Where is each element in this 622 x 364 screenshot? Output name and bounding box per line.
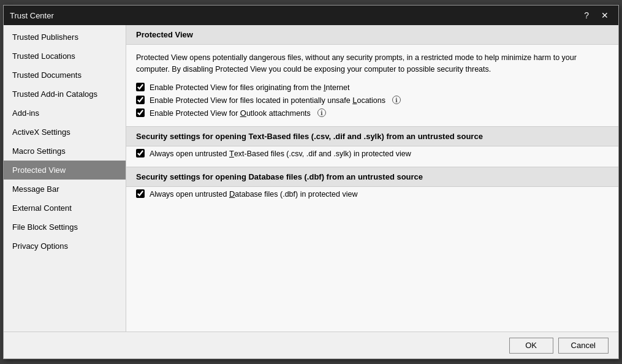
trust-center-dialog: Trust Center ? ✕ Trusted PublishersTrust… — [3, 5, 619, 359]
info-icon-locations: ℹ — [392, 96, 401, 104]
sidebar-item-trusted-add-in-catalogs[interactable]: Trusted Add-in Catalogs — [4, 85, 126, 104]
checkbox-group-3: Always open untrusted Database files (.d… — [126, 187, 618, 207]
description: Protected View opens potentially dangero… — [126, 45, 618, 80]
checkbox-outlook[interactable] — [136, 108, 145, 117]
section2-header: Security settings for opening Text-Based… — [126, 126, 618, 146]
sidebar-item-add-ins[interactable]: Add-ins — [4, 104, 126, 123]
cancel-button[interactable]: Cancel — [558, 338, 609, 354]
checkbox-row-outlook: Enable Protected View for Outlook attach… — [136, 108, 609, 118]
sidebar-item-macro-settings[interactable]: Macro Settings — [4, 142, 126, 161]
checkbox-row-database: Always open untrusted Database files (.d… — [136, 189, 609, 199]
sidebar-item-message-bar[interactable]: Message Bar — [4, 180, 126, 199]
sidebar-item-file-block-settings[interactable]: File Block Settings — [4, 218, 126, 237]
info-icon-outlook: ℹ — [317, 108, 326, 117]
sidebar-item-trusted-documents[interactable]: Trusted Documents — [4, 66, 126, 85]
checkbox-unsafe-locations[interactable] — [136, 96, 145, 104]
footer: OK Cancel — [4, 332, 618, 358]
title-bar: Trust Center ? ✕ — [4, 6, 618, 25]
sidebar-item-privacy-options[interactable]: Privacy Options — [4, 237, 126, 256]
checkbox-database-label: Always open untrusted Database files (.d… — [150, 189, 357, 199]
title-bar-buttons: ? ✕ — [580, 10, 612, 21]
checkbox-textbased-label: Always open untrusted Text-Based files (… — [150, 149, 411, 158]
close-button[interactable]: ✕ — [597, 10, 612, 21]
help-button[interactable]: ? — [580, 10, 593, 21]
sidebar-item-trusted-publishers[interactable]: Trusted Publishers — [4, 28, 126, 47]
checkbox-textbased[interactable] — [136, 149, 145, 157]
checkbox-outlook-label: Enable Protected View for Outlook attach… — [150, 108, 311, 118]
checkbox-unsafe-locations-label: Enable Protected View for files located … — [150, 96, 385, 105]
sidebar-item-trusted-locations[interactable]: Trusted Locations — [4, 47, 126, 66]
main-panel: Protected View Protected View opens pote… — [126, 25, 618, 332]
checkbox-group-1: Enable Protected View for files originat… — [126, 80, 618, 126]
checkbox-row-unsafe-locations: Enable Protected View for files located … — [136, 96, 609, 105]
dialog-title: Trust Center — [10, 11, 54, 20]
checkbox-internet-label: Enable Protected View for files originat… — [150, 83, 350, 92]
sidebar-item-activex-settings[interactable]: ActiveX Settings — [4, 123, 126, 142]
sidebar-item-protected-view[interactable]: Protected View — [4, 161, 126, 180]
sidebar: Trusted PublishersTrusted LocationsTrust… — [4, 25, 126, 332]
checkbox-row-internet: Enable Protected View for files originat… — [136, 83, 609, 92]
section3-header: Security settings for opening Database f… — [126, 167, 618, 187]
ok-button[interactable]: OK — [509, 338, 553, 354]
page-title: Protected View — [126, 25, 618, 45]
content-area: Trusted PublishersTrusted LocationsTrust… — [4, 25, 618, 332]
sidebar-item-external-content[interactable]: External Content — [4, 199, 126, 218]
checkbox-database[interactable] — [136, 189, 145, 198]
checkbox-row-textbased: Always open untrusted Text-Based files (… — [136, 149, 609, 158]
checkbox-group-2: Always open untrusted Text-Based files (… — [126, 146, 618, 167]
checkbox-internet[interactable] — [136, 83, 145, 91]
